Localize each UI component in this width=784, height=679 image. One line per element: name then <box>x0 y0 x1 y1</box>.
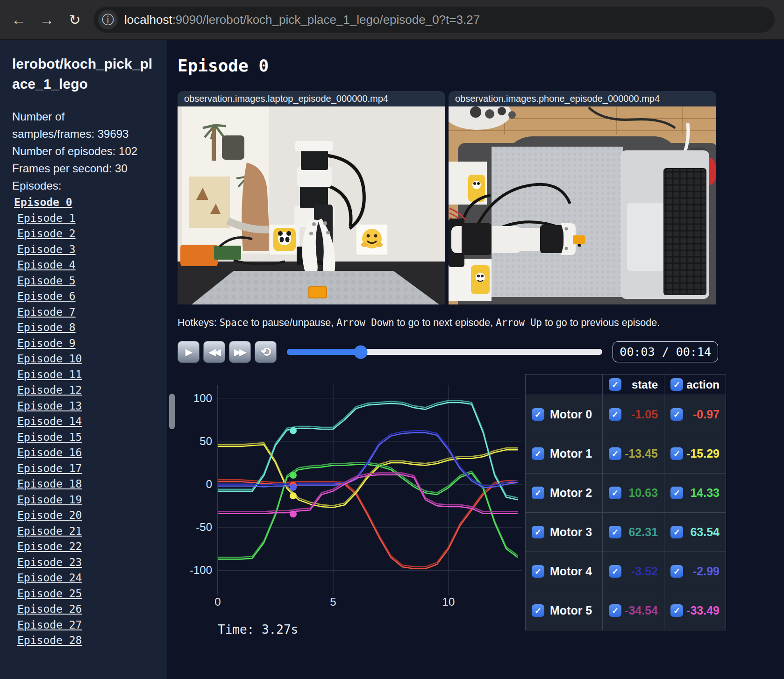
column-checkbox-action[interactable]: ✓ <box>670 378 683 391</box>
url-path: :9090/lerobot/koch_pick_place_1_lego/epi… <box>172 13 480 27</box>
orange-device <box>180 245 218 266</box>
episode-link[interactable]: Episode 8 <box>12 320 156 336</box>
motor-checkbox[interactable]: ✓ <box>532 408 544 421</box>
table-row: ✓Motor 3✓62.31✓63.54 <box>526 513 726 552</box>
episode-link[interactable]: Episode 1 <box>12 211 156 226</box>
action-value: 14.33 <box>690 486 720 500</box>
episode-link[interactable]: Episode 26 <box>12 601 156 617</box>
rewind-button[interactable]: ◀◀ <box>203 341 225 363</box>
motor-table-body: ✓Motor 0✓-1.05✓-0.97✓Motor 1✓-13.45✓-15.… <box>526 395 726 630</box>
hotkey-text: Hotkeys: <box>178 317 220 328</box>
motor-checkbox[interactable]: ✓ <box>532 526 544 538</box>
panda-box <box>269 224 300 255</box>
motor-checkbox[interactable]: ✓ <box>532 487 544 499</box>
column-checkbox-state[interactable]: ✓ <box>609 378 621 391</box>
action-checkbox[interactable]: ✓ <box>670 487 683 499</box>
action-value: -33.49 <box>686 604 720 617</box>
episode-link[interactable]: Episode 0 <box>12 195 156 211</box>
loop-button[interactable]: ⟲ <box>255 341 277 363</box>
episode-link[interactable]: Episode 21 <box>12 523 156 539</box>
state-checkbox[interactable]: ✓ <box>609 604 621 617</box>
motor-label: Motor 4 <box>550 565 596 578</box>
episode-link[interactable]: Episode 15 <box>12 430 156 446</box>
chart-line-state-0 <box>218 480 518 566</box>
episode-link[interactable]: Episode 3 <box>12 242 156 258</box>
state-checkbox[interactable]: ✓ <box>609 487 621 499</box>
episode-link[interactable]: Episode 27 <box>12 617 156 633</box>
episode-link[interactable]: Episode 16 <box>12 445 156 461</box>
episode-link[interactable]: Episode 25 <box>12 586 156 602</box>
episode-link[interactable]: Episode 2 <box>12 226 156 242</box>
episode-link[interactable]: Episode 19 <box>12 492 156 508</box>
motor-label: Motor 1 <box>550 447 596 460</box>
state-checkbox[interactable]: ✓ <box>609 526 621 538</box>
state-value: -3.52 <box>631 565 658 578</box>
episode-link[interactable]: Episode 20 <box>12 508 156 523</box>
action-checkbox[interactable]: ✓ <box>670 604 683 617</box>
episode-link[interactable]: Episode 22 <box>12 539 156 555</box>
url-text[interactable]: localhost:9090/lerobot/koch_pick_place_1… <box>124 13 480 27</box>
action-checkbox[interactable]: ✓ <box>670 565 683 578</box>
hotkey-text: to go to previous episode. <box>542 317 660 328</box>
chart-line-action-0 <box>218 481 518 568</box>
dataset-info: Number ofsamples/frames: 39693Number of … <box>12 108 156 194</box>
motor-checkbox[interactable]: ✓ <box>532 447 544 460</box>
column-header-state: ✓state <box>603 375 664 395</box>
forward-icon[interactable]: → <box>37 11 56 28</box>
play-button[interactable]: ▶ <box>178 341 200 363</box>
action-checkbox[interactable]: ✓ <box>670 447 683 460</box>
episode-link[interactable]: Episode 9 <box>12 336 156 352</box>
table-row: ✓Motor 5✓-34.54✓-33.49 <box>526 591 726 630</box>
action-checkbox[interactable]: ✓ <box>670 526 683 538</box>
episode-link[interactable]: Episode 14 <box>12 414 156 430</box>
address-bar[interactable]: ⓘ localhost:9090/lerobot/koch_pick_place… <box>93 7 775 33</box>
state-value: -34.54 <box>625 604 658 617</box>
episode-link[interactable]: Episode 7 <box>12 304 156 320</box>
state-checkbox[interactable]: ✓ <box>609 408 621 421</box>
reload-icon[interactable]: ↻ <box>65 12 84 28</box>
current-time-dot <box>290 427 297 434</box>
x-tick-label: 10 <box>442 595 455 608</box>
episode-link[interactable]: Episode 17 <box>12 461 156 477</box>
column-header-action: ✓action <box>664 375 726 395</box>
motor-label: Motor 5 <box>550 604 596 617</box>
action-value: -2.99 <box>693 565 720 578</box>
episode-link[interactable]: Episode 6 <box>12 289 156 304</box>
site-info-icon[interactable]: ⓘ <box>98 10 118 29</box>
laptop <box>620 150 709 299</box>
sidebar: lerobot/koch_pick_place_1_lego Number of… <box>0 40 167 679</box>
time-display: 00:03 / 00:14 <box>613 341 718 362</box>
motor-checkbox[interactable]: ✓ <box>532 565 544 578</box>
episode-link[interactable]: Episode 18 <box>12 476 156 492</box>
episode-link[interactable]: Episode 4 <box>12 257 156 273</box>
seek-slider-thumb[interactable] <box>354 345 368 359</box>
episode-link[interactable]: Episode 10 <box>12 351 156 367</box>
motor-chart: 100500-50-1000510 <box>178 374 524 608</box>
episode-link[interactable]: Episode 11 <box>12 367 156 383</box>
laptop-video-panel: observation.images.laptop_episode_000000… <box>178 91 445 304</box>
episode-link[interactable]: Episode 23 <box>12 555 156 571</box>
chart-time-label: Time: 3.27s <box>218 622 524 637</box>
motor-checkbox[interactable]: ✓ <box>532 604 544 617</box>
episode-link[interactable]: Episode 28 <box>12 633 156 649</box>
fast-forward-button[interactable]: ▶▶ <box>229 341 251 363</box>
back-icon[interactable]: ← <box>9 11 28 28</box>
episode-link[interactable]: Episode 13 <box>12 398 156 414</box>
action-checkbox[interactable]: ✓ <box>670 408 683 421</box>
episode-link[interactable]: Episode 5 <box>12 273 156 289</box>
hotkey-key: Arrow Down <box>336 317 394 328</box>
lego-brick <box>309 287 327 298</box>
scrollbar-thumb[interactable] <box>169 394 175 429</box>
current-time-dot <box>290 492 297 499</box>
state-checkbox[interactable]: ✓ <box>609 565 621 578</box>
dataset-info-line: Episodes: <box>12 177 156 194</box>
episode-link[interactable]: Episode 24 <box>12 570 156 586</box>
state-checkbox[interactable]: ✓ <box>609 447 621 460</box>
phone-video-caption: observation.images.phone_episode_000000.… <box>449 91 716 106</box>
hotkey-key: Arrow Up <box>496 317 542 328</box>
seek-slider[interactable] <box>287 349 602 355</box>
motor-table-head: ✓state✓action <box>526 375 726 395</box>
video-row: observation.images.laptop_episode_000000… <box>178 91 784 304</box>
episode-link[interactable]: Episode 12 <box>12 382 156 398</box>
state-value: 62.31 <box>628 525 658 539</box>
